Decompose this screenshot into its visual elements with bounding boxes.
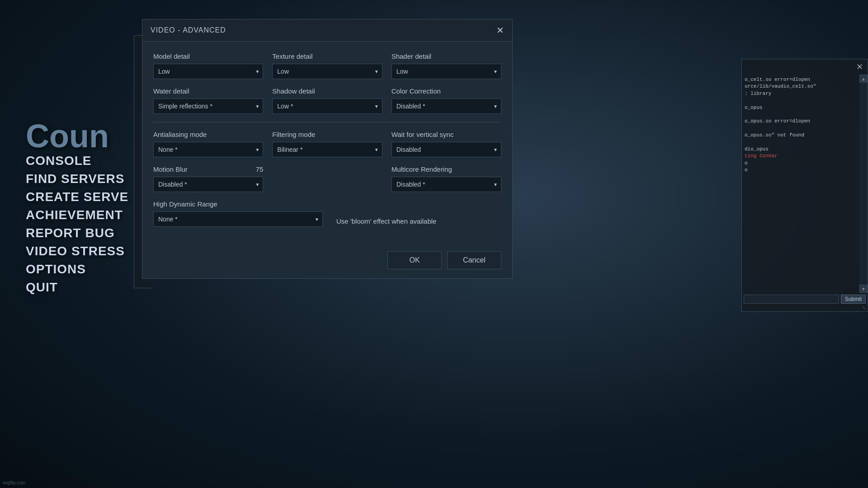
vsync-group: Wait for vertical sync Disabled Enabled <box>392 131 501 157</box>
console-line: o_opus.so error=dlopen <box>745 118 857 125</box>
menu-item-quit[interactable]: QUIT <box>26 280 128 295</box>
dialog-title: VIDEO - ADVANCED <box>151 26 226 34</box>
filtering-select-wrapper: Bilinear * Trilinear Anisotropic 2x Anis… <box>272 142 382 157</box>
console-line: urce/lib/vaudio_celt.so" <box>745 83 857 90</box>
hdr-label: High Dynamic Range <box>153 200 323 208</box>
shadow-detail-select[interactable]: Low * Medium High <box>272 99 382 114</box>
console-scroll-down-button[interactable]: ▼ <box>859 285 868 293</box>
vsync-select-wrapper: Disabled Enabled <box>392 142 501 157</box>
console-line-error: ting ConVar <box>745 153 857 160</box>
texture-detail-select[interactable]: Low Medium High <box>272 64 382 79</box>
console-line: dio_opus <box>745 146 857 153</box>
water-detail-select[interactable]: No reflections Simple reflections * Refl… <box>153 99 263 114</box>
vsync-select[interactable]: Disabled Enabled <box>392 142 501 157</box>
bloom-text-container: Use 'bloom' effect when available <box>332 217 501 227</box>
water-detail-group: Water detail No reflections Simple refle… <box>153 87 263 114</box>
console-scroll-container: o_celt.so error=dlopen urce/lib/vaudio_c… <box>742 75 868 293</box>
detail-row-5: High Dynamic Range None * Bloom only Ful… <box>153 200 501 227</box>
shader-detail-group: Shader detail Low Medium High <box>392 52 501 79</box>
detail-row-3: Antialiasing mode None * 2x MSAA 4x MSAA… <box>153 131 501 157</box>
motion-blur-select[interactable]: Disabled * Enabled <box>153 177 263 192</box>
model-detail-select[interactable]: Low Medium High <box>153 64 263 79</box>
console-resize-handle[interactable]: ⤡ <box>742 305 868 311</box>
color-correction-select[interactable]: Disabled * Enabled <box>392 99 501 114</box>
model-detail-label: Model detail <box>153 52 263 60</box>
detail-row-4: Motion Blur 75 Disabled * Enabled Multic… <box>153 165 501 192</box>
menu-item-console[interactable]: CONSOLE <box>26 154 128 168</box>
multicore-group: Multicore Rendering Disabled * Enabled <box>392 165 501 192</box>
motion-blur-select-wrapper: Disabled * Enabled <box>153 177 263 192</box>
vsync-label: Wait for vertical sync <box>392 131 501 138</box>
console-panel-header: ✕ <box>742 59 868 75</box>
console-line <box>745 97 857 104</box>
console-line: o <box>745 160 857 167</box>
hdr-select[interactable]: None * Bloom only Full <box>153 211 323 227</box>
console-line <box>745 139 857 146</box>
multicore-label: Multicore Rendering <box>392 165 501 173</box>
console-line: o_opus <box>745 104 857 111</box>
model-detail-select-wrapper: Low Medium High <box>153 64 263 79</box>
texture-detail-select-wrapper: Low Medium High <box>272 64 382 79</box>
motion-blur-label-row: Motion Blur 75 <box>153 165 263 173</box>
model-detail-group: Model detail Low Medium High <box>153 52 263 79</box>
texture-detail-group: Texture detail Low Medium High <box>272 52 382 79</box>
hdr-select-wrapper: None * Bloom only Full <box>153 211 323 227</box>
antialiasing-group: Antialiasing mode None * 2x MSAA 4x MSAA… <box>153 131 263 157</box>
filtering-label: Filtering mode <box>272 131 382 138</box>
section-divider <box>153 122 501 122</box>
console-close-button[interactable]: ✕ <box>854 61 866 73</box>
hdr-group: High Dynamic Range None * Bloom only Ful… <box>153 200 323 227</box>
shadow-detail-label: Shadow detail <box>272 87 382 95</box>
motion-blur-label: Motion Blur <box>153 165 188 173</box>
menu-item-options[interactable]: OPTIONS <box>26 262 128 277</box>
console-scroll-up-button[interactable]: ▲ <box>859 75 868 83</box>
console-submit-button[interactable]: Submit <box>841 295 866 304</box>
console-line <box>745 125 857 132</box>
console-input[interactable] <box>744 295 839 304</box>
antialiasing-select-wrapper: None * 2x MSAA 4x MSAA 8x MSAA <box>153 142 263 157</box>
dialog-close-button[interactable]: ✕ <box>496 26 504 35</box>
left-menu: CONSOLE FIND SERVERS CREATE SERVE ACHIEV… <box>26 154 128 295</box>
shader-detail-label: Shader detail <box>392 52 501 60</box>
watermark: imgflip.com <box>3 480 26 485</box>
color-correction-select-wrapper: Disabled * Enabled <box>392 99 501 114</box>
multicore-select[interactable]: Disabled * Enabled <box>392 177 501 192</box>
shadow-detail-group: Shadow detail Low * Medium High <box>272 87 382 114</box>
color-correction-group: Color Correction Disabled * Enabled <box>392 87 501 114</box>
motion-blur-value: 75 <box>256 165 264 173</box>
console-line: : library <box>745 90 857 97</box>
console-line: o_opus.so" not found <box>745 132 857 139</box>
detail-row-1: Model detail Low Medium High Texture det… <box>153 52 501 79</box>
antialiasing-select[interactable]: None * 2x MSAA 4x MSAA 8x MSAA <box>153 142 263 157</box>
ok-button[interactable]: OK <box>387 251 442 269</box>
game-logo: Coun <box>26 117 109 155</box>
dialog-footer: OK Cancel <box>142 244 512 278</box>
water-detail-label: Water detail <box>153 87 263 95</box>
menu-item-create-server[interactable]: CREATE SERVE <box>26 190 128 204</box>
console-line: o <box>745 167 857 174</box>
motion-blur-spacer <box>272 165 382 192</box>
motion-blur-group: Motion Blur 75 Disabled * Enabled <box>153 165 263 192</box>
menu-item-find-servers[interactable]: FIND SERVERS <box>26 172 128 186</box>
antialiasing-label: Antialiasing mode <box>153 131 263 138</box>
detail-row-2: Water detail No reflections Simple refle… <box>153 87 501 114</box>
cancel-button[interactable]: Cancel <box>447 251 501 269</box>
console-panel: ✕ o_celt.so error=dlopen urce/lib/vaudio… <box>741 59 868 312</box>
filtering-select[interactable]: Bilinear * Trilinear Anisotropic 2x Anis… <box>272 142 382 157</box>
console-content: o_celt.so error=dlopen urce/lib/vaudio_c… <box>742 75 859 175</box>
water-detail-select-wrapper: No reflections Simple reflections * Refl… <box>153 99 263 114</box>
bloom-text: Use 'bloom' effect when available <box>332 217 501 225</box>
console-text-area: o_celt.so error=dlopen urce/lib/vaudio_c… <box>742 75 859 293</box>
console-vscroll: ▲ ▼ <box>859 75 868 293</box>
menu-item-achievements[interactable]: ACHIEVEMENT <box>26 208 128 222</box>
console-line: o_celt.so error=dlopen <box>745 76 857 83</box>
console-input-area: Submit <box>742 293 868 305</box>
menu-item-video-stress[interactable]: VIDEO STRESS <box>26 244 128 258</box>
console-line <box>745 111 857 118</box>
menu-item-report-bug[interactable]: REPORT BUG <box>26 226 128 240</box>
shader-detail-select[interactable]: Low Medium High <box>392 64 501 79</box>
video-advanced-dialog: VIDEO - ADVANCED ✕ Model detail Low Medi… <box>142 19 513 279</box>
filtering-group: Filtering mode Bilinear * Trilinear Anis… <box>272 131 382 157</box>
texture-detail-label: Texture detail <box>272 52 382 60</box>
color-correction-label: Color Correction <box>392 87 501 95</box>
